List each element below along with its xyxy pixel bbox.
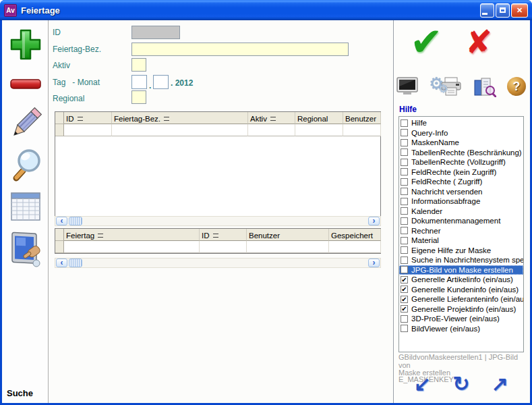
checkbox-icon[interactable] <box>401 227 408 234</box>
checkbox-icon[interactable] <box>401 159 408 166</box>
ok-button[interactable]: ✔ <box>410 20 443 65</box>
column-header[interactable]: Feiertag <box>64 229 200 241</box>
help-list-item[interactable]: ✔Generelle Projektinfo (ein/aus) <box>399 304 523 315</box>
help-list-item[interactable]: Material <box>399 236 523 246</box>
help-list-item[interactable]: FeldRechte ( Zugriff) <box>399 177 523 187</box>
table-cell[interactable] <box>248 124 295 136</box>
column-header[interactable]: ID <box>200 229 247 241</box>
table-cell[interactable] <box>295 124 343 136</box>
table-cell[interactable] <box>343 124 381 136</box>
checkbox-icon[interactable]: ✔ <box>401 305 408 313</box>
checkbox-icon[interactable] <box>401 325 408 332</box>
scroll-right-button[interactable]: › <box>368 259 380 267</box>
column-header[interactable]: Feiertag-Bez. <box>112 112 248 124</box>
help-list[interactable]: HilfeQuery-InfoMaskenNameTabellenRechte … <box>398 116 524 352</box>
maximize-button[interactable] <box>496 3 510 18</box>
checkbox-icon[interactable] <box>401 217 408 225</box>
checkbox-icon[interactable] <box>401 237 408 244</box>
arrow-back-icon[interactable]: ↙ <box>414 373 431 396</box>
column-header[interactable]: ID <box>64 112 112 124</box>
checkbox-icon[interactable] <box>401 198 408 205</box>
help-button[interactable]: ? <box>507 77 526 100</box>
column-header[interactable]: Gespeichert <box>329 229 381 241</box>
help-list-item[interactable]: Dokumentenmanagement <box>399 216 523 226</box>
row-selector[interactable] <box>55 112 64 124</box>
history-grid-hscrollbar[interactable]: ‹ › <box>55 258 381 268</box>
scroll-left-button[interactable]: ‹ <box>56 217 67 225</box>
checkbox-icon[interactable]: ✔ <box>401 296 408 303</box>
table-row[interactable] <box>55 241 380 253</box>
id-field[interactable] <box>131 26 180 39</box>
bez-field[interactable] <box>131 43 349 56</box>
column-header[interactable]: Aktiv <box>248 112 295 124</box>
edit-record-button[interactable] <box>2 105 49 142</box>
holidays-grid-hscrollbar[interactable]: ‹ › <box>55 216 381 226</box>
table-view-button[interactable] <box>2 189 49 223</box>
checkbox-icon[interactable] <box>401 188 408 195</box>
arrow-forward-icon[interactable]: ↗ <box>492 373 508 396</box>
help-list-item[interactable]: Informationsabfrage <box>399 196 523 207</box>
help-list-item[interactable]: ✔Generelle Kundeninfo (ein/aus) <box>399 285 523 295</box>
column-header[interactable]: Benutzer <box>343 112 381 124</box>
column-header[interactable]: Benutzer <box>247 229 329 241</box>
help-list-item[interactable]: Rechner <box>399 226 523 236</box>
table-cell[interactable] <box>329 241 381 253</box>
table-cell[interactable] <box>200 241 247 253</box>
checkbox-icon[interactable] <box>401 266 408 273</box>
titlebar[interactable]: Av Feiertage ✕ <box>0 0 532 20</box>
checkbox-icon[interactable] <box>401 139 408 146</box>
help-list-item[interactable]: JPG-Bild von Maske erstellen <box>399 265 523 275</box>
help-list-item[interactable]: FeldRechte (kein Zugriff) <box>399 167 523 178</box>
help-list-item[interactable]: TabellenRechte (Beschränkung) <box>399 148 523 158</box>
checkbox-icon[interactable]: ✔ <box>401 276 408 284</box>
arrow-refresh-icon[interactable]: ↻ <box>452 373 469 396</box>
document-search-button[interactable] <box>473 77 496 100</box>
scroll-thumb[interactable] <box>69 259 82 267</box>
checkbox-icon[interactable] <box>401 119 408 127</box>
help-list-item[interactable]: Query-Info <box>399 128 523 138</box>
help-list-item[interactable]: TabellenRechte (Vollzugriff) <box>399 157 523 167</box>
regional-field[interactable] <box>131 90 146 104</box>
help-list-item[interactable]: 3D-ProE-Viewer (ein/aus) <box>399 314 523 324</box>
monitor-button[interactable] <box>396 77 418 100</box>
holidays-grid-body[interactable] <box>55 136 380 216</box>
row-selector[interactable] <box>55 229 64 241</box>
search-button[interactable] <box>2 146 49 184</box>
column-header[interactable]: Regional <box>295 112 343 124</box>
row-selector[interactable] <box>55 241 64 253</box>
scroll-thumb[interactable] <box>69 217 82 225</box>
help-list-item[interactable]: ✔Generelle Artikelinfo (ein/aus) <box>399 275 523 285</box>
add-record-button[interactable] <box>2 27 49 63</box>
table-row[interactable] <box>55 124 380 136</box>
help-list-item[interactable]: Nachricht versenden <box>399 187 523 197</box>
row-selector[interactable] <box>55 124 64 136</box>
tag-field[interactable] <box>131 75 147 89</box>
help-list-item[interactable]: Suche in Nachrichtensystem speich <box>399 255 523 265</box>
checkbox-icon[interactable]: ✔ <box>401 286 408 293</box>
help-list-item[interactable]: Eigene Hilfe zur Maske <box>399 246 523 256</box>
scroll-left-button[interactable]: ‹ <box>56 259 67 267</box>
help-list-item[interactable]: MaskenName <box>399 138 523 148</box>
help-list-item[interactable]: ✔Generelle Lieferanteninfo (ein/aus) <box>399 294 523 304</box>
scroll-right-button[interactable]: › <box>368 217 380 225</box>
close-button[interactable]: ✕ <box>511 3 528 18</box>
minimize-button[interactable] <box>480 3 494 18</box>
checkbox-icon[interactable] <box>401 168 408 176</box>
cancel-button[interactable]: ✘ <box>465 23 492 61</box>
monat-field[interactable] <box>153 75 169 89</box>
help-list-item[interactable]: Hilfe <box>399 118 523 128</box>
table-cell[interactable] <box>64 241 200 253</box>
delete-record-button[interactable] <box>2 77 49 92</box>
checkbox-icon[interactable] <box>401 256 408 264</box>
checkbox-icon[interactable] <box>401 315 408 323</box>
aktiv-field[interactable] <box>131 58 146 72</box>
table-cell[interactable] <box>112 124 248 136</box>
help-list-item[interactable]: Kalender <box>399 207 523 217</box>
table-cell[interactable] <box>247 241 329 253</box>
checkbox-icon[interactable] <box>401 207 408 215</box>
help-list-item[interactable]: BildViewer (ein/aus) <box>399 324 523 334</box>
table-cell[interactable] <box>64 124 112 136</box>
checkbox-icon[interactable] <box>401 129 408 136</box>
touch-screen-button[interactable] <box>2 230 49 269</box>
checkbox-icon[interactable] <box>401 178 408 186</box>
